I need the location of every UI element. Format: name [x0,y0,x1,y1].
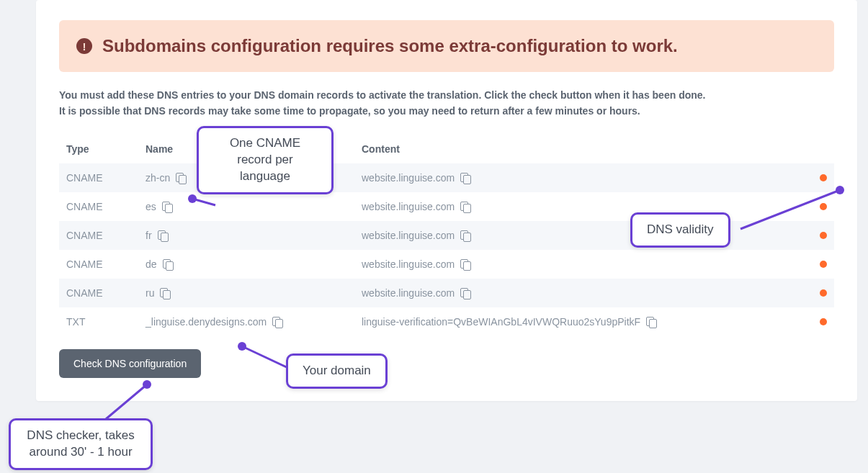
instructions: You must add these DNS entries to your D… [59,88,834,119]
cell-status [805,163,834,192]
cell-content-text: website.linguise.com [362,172,455,184]
dns-records-body: CNAMEzh-cnwebsite.linguise.comCNAMEesweb… [59,163,834,336]
status-dot-icon [820,203,827,210]
table-row: CNAMEdewebsite.linguise.com [59,250,834,279]
status-dot-icon [820,318,827,325]
instructions-line1: You must add these DNS entries to your D… [59,89,705,101]
cell-content: linguise-verification=QvBeWIAnGbL4vIVWQR… [354,307,805,336]
alert-text: Subdomains configuration requires some e… [102,36,678,56]
header-type: Type [59,135,138,163]
cell-status [805,192,834,221]
copy-icon[interactable] [460,202,471,212]
cell-content: website.linguise.com [354,163,805,192]
status-dot-icon [820,232,827,239]
cell-name: es [138,192,354,221]
copy-icon[interactable] [460,230,471,241]
status-dot-icon [820,174,827,181]
cell-type: CNAME [59,163,138,192]
cell-name: de [138,250,354,279]
cell-content-text: website.linguise.com [362,201,455,212]
cell-name-text: fr [146,230,152,241]
table-row: CNAMEruwebsite.linguise.com [59,279,834,307]
connector-dot [836,186,844,194]
header-content: Content [354,135,805,163]
alert-icon: ! [76,38,92,54]
callout-checker: DNS checker, takes around 30' - 1 hour [9,418,153,470]
status-dot-icon [820,289,827,297]
cell-status [805,307,834,336]
status-dot-icon [820,261,827,268]
connector-dot [238,342,246,351]
cell-content-text: website.linguise.com [362,287,455,299]
copy-icon[interactable] [162,202,173,212]
cell-type: CNAME [59,250,138,279]
instructions-line2: It is possible that DNS records may take… [59,105,640,117]
copy-icon[interactable] [163,259,174,270]
cell-content-text: website.linguise.com [362,258,455,270]
copy-icon[interactable] [176,173,187,184]
copy-icon[interactable] [460,259,471,270]
cell-name-text: _linguise.denydesigns.com [146,316,267,328]
cell-type: CNAME [59,279,138,307]
check-dns-button[interactable]: Check DNS configuration [59,349,201,378]
copy-icon[interactable] [272,317,283,328]
cell-status [805,279,834,307]
callout-cname: One CNAME record per language [197,126,334,194]
cell-content: website.linguise.com [354,250,805,279]
copy-icon[interactable] [460,288,471,299]
copy-icon[interactable] [158,230,169,241]
callout-validity: DNS validity [630,212,730,248]
table-row: CNAMEzh-cnwebsite.linguise.com [59,163,834,192]
cell-content: website.linguise.com [354,221,805,250]
cell-type: CNAME [59,221,138,250]
copy-icon[interactable] [646,317,657,328]
cell-content-text: linguise-verification=QvBeWIAnGbL4vIVWQR… [362,316,640,328]
connector-dot [188,194,197,203]
callout-domain: Your domain [286,353,388,389]
cell-type: TXT [59,307,138,336]
cell-content: website.linguise.com [354,279,805,307]
table-row: TXT_linguise.denydesigns.comlinguise-ver… [59,307,834,336]
alert-banner: ! Subdomains configuration requires some… [59,20,834,72]
cell-content: website.linguise.com [354,192,805,221]
connector-dot [143,380,151,389]
cell-status [805,250,834,279]
cell-type: CNAME [59,192,138,221]
cell-name-text: zh-cn [146,172,170,184]
cell-content-text: website.linguise.com [362,230,455,241]
cell-name-text: ru [146,287,154,299]
cell-name: _linguise.denydesigns.com [138,307,354,336]
header-status [805,135,834,163]
cell-name-text: de [146,258,157,270]
cell-name-text: es [146,201,156,212]
dns-config-card: ! Subdomains configuration requires some… [36,0,857,401]
cell-name: fr [138,221,354,250]
cell-name: ru [138,279,354,307]
copy-icon[interactable] [460,173,471,184]
copy-icon[interactable] [160,288,171,299]
cell-status [805,221,834,250]
